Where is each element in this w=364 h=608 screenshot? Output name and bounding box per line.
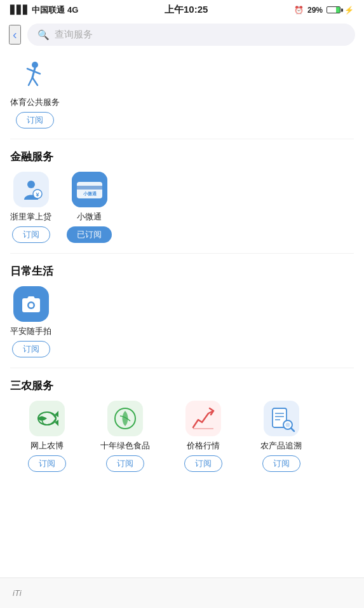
svg-point-6	[27, 181, 35, 188]
subscribe-btn-trace[interactable]: 订阅	[262, 455, 300, 472]
service-item-weitong: 小微通 小微通 已订阅	[67, 172, 112, 243]
svg-text:小微通: 小微通	[82, 191, 97, 197]
search-bar-area: ‹ 🔍 查询服务	[0, 18, 364, 52]
finance-items-row: ¥ 浙里掌上贷 订阅 小微通 小微通	[10, 172, 354, 248]
price-icon	[185, 401, 221, 436]
subscribe-btn-camera[interactable]: 订阅	[12, 341, 50, 357]
svg-rect-11	[77, 186, 102, 190]
battery-percent: 29%	[307, 6, 323, 15]
status-time: 上午10:25	[165, 4, 208, 16]
service-name-sports: 体育公共服务	[10, 97, 60, 108]
svg-line-23	[291, 428, 294, 431]
subscribe-btn-nongbo[interactable]: 订阅	[28, 455, 66, 472]
divider-sannong	[10, 368, 354, 368]
greenfood-icon	[107, 401, 143, 436]
subscribe-btn-loan[interactable]: 订阅	[12, 226, 50, 243]
main-content: 体育公共服务 订阅 金融服务 ¥ 浙里掌上贷	[0, 57, 364, 491]
daily-section: 日常生活 平安随手拍 订阅	[10, 264, 354, 363]
service-item-sports-public: 体育公共服务 订阅	[10, 57, 60, 128]
search-icon: 🔍	[37, 29, 50, 41]
search-input-box[interactable]: 🔍 查询服务	[27, 24, 355, 46]
camera-icon	[13, 286, 49, 322]
sports-icon	[17, 57, 53, 93]
subscribed-btn-weitong[interactable]: 已订阅	[67, 226, 112, 243]
status-left: ▋▋▋ 中国联通 4G	[10, 4, 78, 16]
bottom-bar: iTi	[0, 577, 364, 608]
svg-text:¥: ¥	[36, 191, 39, 198]
service-item-greenfood: 十年绿色食品 订阅	[88, 401, 161, 472]
alarm-icon: ⏰	[294, 6, 304, 15]
service-name-nongbo: 网上农博	[30, 440, 64, 452]
service-item-camera: 平安随手拍 订阅	[10, 286, 51, 357]
nongbo-icon	[29, 401, 65, 436]
divider-daily	[10, 253, 354, 254]
status-bar: ▋▋▋ 中国联通 4G 上午10:25 ⏰ 29% ⚡	[0, 0, 364, 18]
signal-icon: ▋▋▋	[10, 5, 29, 15]
service-name-loan: 浙里掌上贷	[10, 211, 51, 223]
svg-rect-10	[77, 182, 102, 198]
service-name-trace: 农产品追溯	[260, 440, 302, 452]
daily-items-row: 平安随手拍 订阅	[10, 286, 354, 363]
sannong-items-row: 网上农博 订阅 十年绿色食品 订阅	[10, 401, 354, 472]
sannong-section: 三农服务 网上农博	[10, 378, 354, 472]
carrier: 中国联通	[32, 4, 65, 16]
bottom-label: iTi	[13, 588, 22, 598]
trace-icon	[264, 401, 299, 436]
service-name-camera: 平安随手拍	[10, 326, 51, 337]
svg-line-1	[32, 68, 35, 78]
service-item-trace: 农产品追溯 订阅	[245, 401, 318, 472]
svg-line-2	[27, 69, 34, 71]
service-name-price: 价格行情	[187, 440, 220, 452]
service-item-loan: ¥ 浙里掌上贷 订阅	[10, 172, 51, 243]
service-name-greenfood: 十年绿色食品	[100, 440, 150, 452]
finance-section: 金融服务 ¥ 浙里掌上贷 订阅	[10, 149, 354, 248]
search-placeholder: 查询服务	[55, 29, 93, 41]
service-name-weitong: 小微通	[77, 211, 102, 223]
svg-point-24	[285, 423, 290, 427]
subscribe-btn-sports[interactable]: 订阅	[16, 112, 54, 128]
subscribe-btn-greenfood[interactable]: 订阅	[106, 455, 144, 472]
weitong-icon: 小微通	[72, 172, 107, 207]
sannong-title: 三农服务	[10, 378, 354, 393]
service-item-price: 价格行情 订阅	[166, 401, 239, 472]
status-right: ⏰ 29% ⚡	[294, 6, 354, 15]
finance-title: 金融服务	[10, 149, 354, 164]
subscribe-btn-price[interactable]: 订阅	[184, 455, 222, 472]
svg-point-14	[29, 303, 33, 308]
battery-icon	[327, 6, 340, 13]
network: 4G	[67, 5, 78, 15]
charging-icon: ⚡	[344, 6, 354, 15]
svg-line-5	[32, 78, 37, 85]
service-item-nongbo: 网上农博 订阅	[10, 401, 83, 472]
svg-line-4	[29, 78, 32, 85]
back-button[interactable]: ‹	[9, 25, 21, 45]
daily-title: 日常生活	[10, 264, 354, 279]
divider-finance	[10, 139, 354, 139]
loan-icon: ¥	[13, 172, 49, 207]
sports-section: 体育公共服务 订阅	[10, 57, 354, 134]
svg-point-16	[41, 417, 43, 418]
